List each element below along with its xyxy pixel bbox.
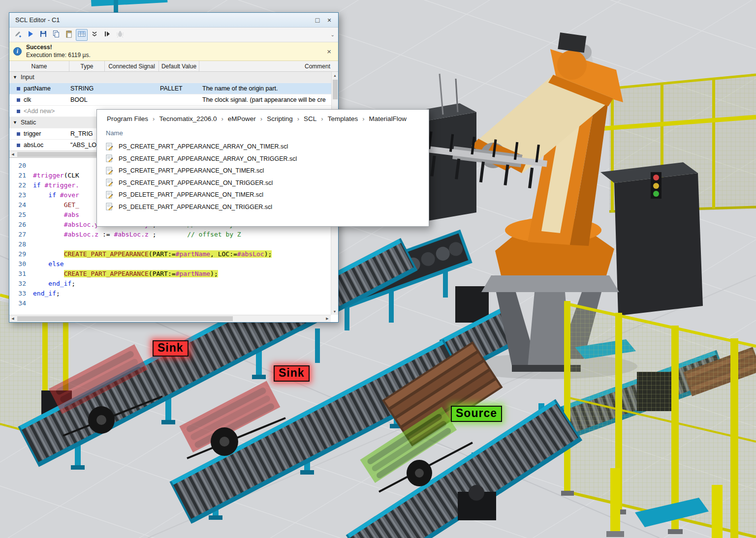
- paste-button[interactable]: [63, 29, 75, 41]
- scl-editor-toolbar: ⌄: [9, 28, 338, 42]
- breadcrumb-separator: ›: [149, 115, 158, 122]
- new-script-button[interactable]: [12, 29, 24, 41]
- variable-name-cell: <Add new>: [9, 106, 69, 117]
- group-label: Static: [21, 119, 36, 126]
- file-name: PS_DELETE_PART_APPEARANCE_ON_TIMER.scl: [119, 191, 263, 198]
- sink-label-1[interactable]: Sink: [153, 340, 189, 357]
- breadcrumb-item[interactable]: SCL: [303, 115, 317, 122]
- code-line[interactable]: 29 CREATE_PART_APPEARANCE(PART:=#partNam…: [9, 249, 331, 259]
- comment-cell: The clock signal. (part appearance will …: [199, 94, 338, 105]
- breadcrumb-item[interactable]: Program Files: [106, 115, 149, 122]
- variable-group-row[interactable]: ▼Input: [9, 72, 338, 83]
- 3d-viewport[interactable]: Sink Sink Source SCL Editor - C1 □ × ⌄ i…: [0, 0, 756, 538]
- code-text: if #trigger.: [33, 180, 79, 190]
- window-title: SCL Editor - C1: [15, 16, 312, 24]
- file-item[interactable]: PS_CREATE_PART_APPEARANCE_ARRAY_ON_TRIGG…: [97, 153, 429, 165]
- scl-editor-titlebar[interactable]: SCL Editor - C1 □ ×: [9, 13, 338, 28]
- line-number: 33: [9, 289, 33, 299]
- code-horizontal-scrollbar[interactable]: ◀ ▶: [9, 315, 331, 322]
- script-file-icon: [106, 167, 114, 175]
- file-item[interactable]: PS_DELETE_PART_APPEARANCE_ON_TIMER.scl: [97, 189, 429, 201]
- code-text: #abs: [33, 210, 79, 220]
- code-line[interactable]: 30 else: [9, 259, 331, 269]
- breadcrumb-item[interactable]: Templates: [327, 115, 359, 122]
- line-number: 31: [9, 269, 33, 279]
- sink-label-2[interactable]: Sink: [274, 365, 310, 382]
- line-number: 34: [9, 299, 33, 308]
- maximize-button[interactable]: □: [312, 16, 323, 24]
- file-list-name-header[interactable]: Name: [97, 126, 429, 139]
- file-item[interactable]: PS_CREATE_PART_APPEARANCE_ON_TIMER.scl: [97, 165, 429, 177]
- scroll-down-icon[interactable]: ▼: [331, 308, 339, 315]
- copy-button[interactable]: [50, 29, 62, 41]
- step-icon: [103, 30, 111, 40]
- code-text: GET_: [33, 200, 79, 210]
- variable-row[interactable]: partNameSTRINGPALLETThe name of the orig…: [9, 83, 338, 94]
- copy-icon: [52, 30, 60, 40]
- code-line[interactable]: 33end_if;: [9, 289, 331, 299]
- variable-name: clk: [24, 96, 31, 103]
- debug-button[interactable]: [114, 29, 126, 41]
- variable-bullet-icon: [17, 87, 20, 90]
- breadcrumb-item[interactable]: MaterialFlow: [368, 115, 408, 122]
- file-item[interactable]: PS_CREATE_PART_APPEARANCE_ON_TRIGGER.scl: [97, 177, 429, 189]
- code-text: end_if;: [33, 279, 75, 289]
- grid-view-button[interactable]: [76, 29, 88, 41]
- column-header[interactable]: Name: [9, 61, 69, 71]
- script-file-icon: [106, 154, 114, 163]
- connected-signal-cell: [105, 94, 159, 105]
- breadcrumb-item[interactable]: eMPower: [227, 115, 257, 122]
- code-text: if #over: [33, 190, 79, 200]
- expand-button[interactable]: [89, 29, 100, 41]
- scroll-left-icon[interactable]: ◀: [9, 315, 16, 322]
- code-line[interactable]: 27 #absLoc.z := #absLoc.z ; // offset by…: [9, 230, 331, 239]
- new-script-icon: [14, 30, 22, 40]
- comment-cell: The name of the origin part.: [199, 83, 338, 94]
- source-label[interactable]: Source: [451, 406, 502, 422]
- close-button[interactable]: ×: [323, 16, 335, 24]
- breadcrumb-item[interactable]: Tecnomatix_2206.0: [158, 115, 218, 122]
- scroll-thumb[interactable]: [333, 80, 338, 99]
- step-button[interactable]: [101, 29, 113, 41]
- column-header[interactable]: Comment: [199, 61, 338, 71]
- file-item[interactable]: PS_CREATE_PART_APPEARANCE_ARRAY_ON_TIMER…: [97, 141, 429, 153]
- variable-name-cell: clk: [9, 94, 69, 105]
- scroll-up-icon[interactable]: ▲: [332, 72, 339, 79]
- file-name: PS_CREATE_PART_APPEARANCE_ON_TIMER.scl: [119, 167, 264, 174]
- code-line[interactable]: 34: [9, 299, 331, 308]
- script-file-icon: [106, 203, 114, 211]
- line-number: 20: [9, 161, 33, 171]
- variable-row[interactable]: clkBOOLThe clock signal. (part appearanc…: [9, 94, 338, 106]
- file-item[interactable]: PS_DELETE_PART_APPEARANCE_ON_TRIGGER.scl: [97, 201, 429, 213]
- run-button[interactable]: [25, 29, 36, 41]
- code-text: #trigger(CLK: [33, 171, 79, 180]
- breadcrumb-separator: ›: [359, 115, 368, 122]
- success-message-bar: i Success! Execution time: 6119 µs. ×: [9, 42, 338, 61]
- file-name: PS_CREATE_PART_APPEARANCE_ON_TRIGGER.scl: [119, 179, 273, 186]
- variable-bullet-icon: [17, 132, 20, 136]
- collapse-triangle-icon[interactable]: ▼: [13, 120, 17, 125]
- file-name: PS_CREATE_PART_APPEARANCE_ARRAY_ON_TRIGG…: [119, 155, 297, 162]
- collapse-triangle-icon[interactable]: ▼: [13, 75, 17, 80]
- code-line[interactable]: 31 CREATE_PART_APPEARANCE(PART:=#partNam…: [9, 269, 331, 279]
- message-close-icon[interactable]: ×: [324, 47, 334, 56]
- toolbar-overflow-icon[interactable]: ⌄: [331, 32, 336, 37]
- line-number: 30: [9, 259, 33, 269]
- line-number: 27: [9, 230, 33, 239]
- file-browser-window: Program Files›Tecnomatix_2206.0›eMPower›…: [96, 109, 429, 227]
- variable-bullet-icon: [17, 110, 20, 113]
- variable-bullet-icon: [17, 144, 20, 147]
- save-button[interactable]: [37, 29, 49, 41]
- breadcrumb-item[interactable]: Scripting: [266, 115, 294, 122]
- scroll-right-icon[interactable]: ▶: [324, 315, 331, 322]
- variable-bullet-icon: [17, 98, 20, 102]
- line-number: 21: [9, 171, 33, 180]
- variable-name: <Add new>: [24, 108, 55, 115]
- column-header[interactable]: Type: [69, 61, 105, 71]
- code-line[interactable]: 32 end_if;: [9, 279, 331, 289]
- scroll-left-icon[interactable]: ◀: [9, 151, 16, 158]
- column-header[interactable]: Connected Signal: [105, 61, 159, 71]
- scroll-thumb[interactable]: [17, 316, 233, 321]
- code-line[interactable]: 28: [9, 239, 331, 249]
- column-header[interactable]: Default Value: [159, 61, 199, 71]
